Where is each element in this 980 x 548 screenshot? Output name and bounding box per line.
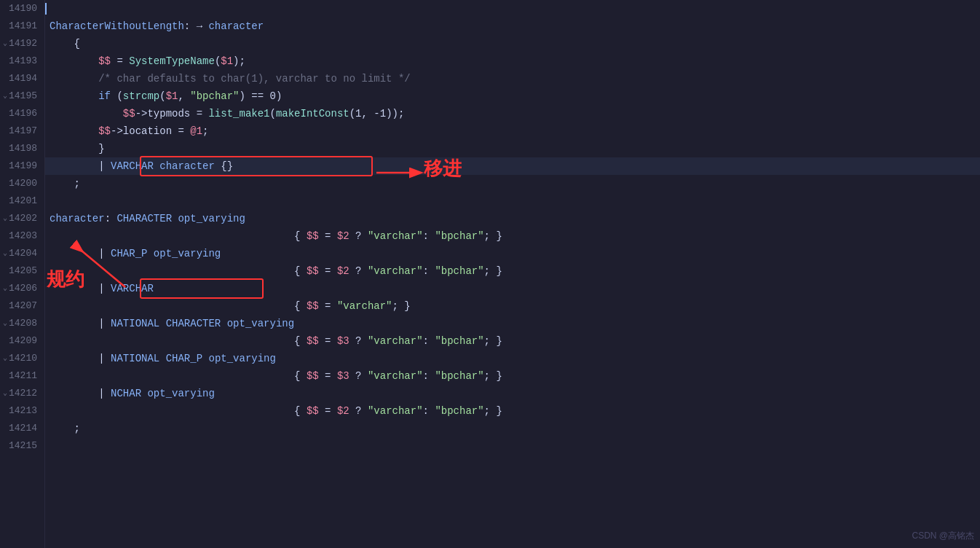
token-plain: →	[197, 20, 209, 32]
token-var: $$	[307, 335, 319, 347]
code-line: }	[45, 140, 980, 157]
code-line: | CHAR_P opt_varying	[45, 245, 980, 262]
token-plain: :	[423, 265, 435, 277]
token-plain: |	[98, 318, 111, 329]
code-line: | VARCHAR	[45, 280, 980, 297]
line-number-text: 14190	[9, 3, 37, 14]
code-line: $$->typmods = list_make1(makeIntConst(1,…	[45, 105, 980, 122]
token-keyword: NCHAR	[111, 388, 141, 399]
line-number: 14214	[0, 420, 44, 437]
token-string: "bpchar"	[435, 370, 483, 382]
line-number-text: 14210	[9, 350, 37, 367]
line-number: 14201	[0, 192, 44, 210]
token-keyword: opt_varying	[147, 388, 214, 399]
token-keyword: CHAR_P	[111, 248, 147, 259]
line-number-text: 14201	[9, 195, 37, 206]
token-plain: =	[319, 335, 337, 347]
line-number-text: 14191	[9, 20, 37, 31]
token-plain	[221, 318, 226, 329]
token-plain	[50, 423, 74, 434]
watermark: CSDN @高铭杰	[912, 530, 974, 542]
token-var: @1	[190, 125, 202, 137]
token-plain	[50, 90, 98, 102]
token-plain	[50, 125, 98, 137]
token-plain: ; }	[484, 230, 502, 242]
line-number-text: 14208	[9, 315, 37, 332]
code-line: | NATIONAL CHARACTER opt_varying	[45, 315, 980, 332]
line-number: 14197	[0, 122, 44, 140]
code-content-area[interactable]: CharacterWithoutLength: → character { $$…	[45, 0, 980, 548]
token-keyword: VARCHAR	[111, 283, 154, 294]
token-string: "bpchar"	[435, 265, 483, 277]
token-plain: ->location =	[111, 125, 190, 137]
token-plain: ?	[349, 370, 368, 382]
token-plain: ; }	[484, 265, 502, 277]
token-string: "bpchar"	[435, 405, 483, 417]
line-number: 14205	[0, 262, 44, 280]
code-line: $$ = SystemTypeName($1);	[45, 52, 980, 70]
token-plain	[159, 318, 165, 329]
token-var: $$	[307, 230, 319, 242]
token-function: SystemTypeName	[129, 55, 215, 67]
line-number: ⌄14208	[0, 315, 44, 332]
token-keyword: character	[208, 20, 264, 32]
code-line: { $$ = $3 ? "varchar": "bpchar"; }	[45, 332, 980, 350]
token-function: makeIntConst	[276, 108, 349, 120]
code-editor: 1419014191⌄141921419314194⌄1419514196141…	[0, 0, 980, 548]
token-plain	[154, 160, 159, 172]
token-plain	[147, 248, 153, 259]
token-string: "varchar"	[337, 300, 392, 312]
token-punct: }	[98, 143, 104, 154]
line-number: ⌄14206	[0, 280, 44, 297]
token-plain: ?	[349, 230, 368, 242]
token-plain	[50, 370, 294, 382]
token-string: "bpchar"	[435, 335, 483, 347]
code-line: | NATIONAL CHAR_P opt_varying	[45, 350, 980, 367]
token-plain: {	[294, 300, 307, 312]
token-plain: (	[111, 90, 123, 102]
code-line: CharacterWithoutLength: → character	[45, 17, 980, 35]
token-plain	[50, 283, 98, 294]
token-var: $3	[337, 370, 349, 382]
token-plain: ;	[202, 125, 208, 137]
token-plain: |	[98, 283, 111, 294]
token-plain: :	[423, 370, 435, 382]
code-line: $$->location = @1;	[45, 122, 980, 140]
token-plain: ,	[178, 90, 190, 102]
token-keyword: NATIONAL	[111, 318, 159, 329]
token-plain: ?	[349, 265, 368, 277]
token-plain	[50, 160, 98, 172]
token-var: $2	[337, 265, 349, 277]
line-number-text: 14211	[9, 370, 37, 381]
token-plain: ->typmods =	[135, 108, 209, 120]
line-number: 14215	[0, 437, 44, 455]
token-plain: =	[319, 370, 337, 382]
line-number: ⌄14202	[0, 210, 44, 227]
line-number-text: 14199	[9, 160, 37, 171]
token-plain	[50, 300, 294, 312]
token-plain	[50, 265, 294, 277]
token-keyword: VARCHAR	[111, 160, 154, 172]
token-var: $$	[307, 405, 319, 417]
token-plain	[50, 248, 98, 259]
token-keyword: opt_varying	[154, 248, 221, 259]
code-line: ;	[45, 420, 980, 437]
token-plain	[50, 143, 98, 154]
token-string: "varchar"	[368, 370, 423, 382]
code-line: { $$ = $2 ? "varchar": "bpchar"; }	[45, 262, 980, 280]
line-number-text: 14200	[9, 178, 37, 189]
token-plain: ?	[349, 405, 368, 417]
token-punct: {}	[221, 160, 233, 172]
token-string: "bpchar"	[190, 90, 239, 102]
token-punct: );	[233, 55, 245, 67]
token-var: $1	[166, 90, 178, 102]
token-plain: ;	[74, 178, 80, 189]
line-number-text: 14212	[9, 385, 37, 402]
token-keyword: CHARACTER	[116, 213, 172, 224]
token-plain: :	[423, 335, 435, 347]
code-line: if (strcmp($1, "bpchar") == 0)	[45, 87, 980, 105]
token-plain: :	[184, 20, 197, 32]
token-var: $$	[307, 300, 319, 312]
token-var: $2	[337, 230, 349, 242]
line-number-text: 14195	[9, 87, 37, 105]
